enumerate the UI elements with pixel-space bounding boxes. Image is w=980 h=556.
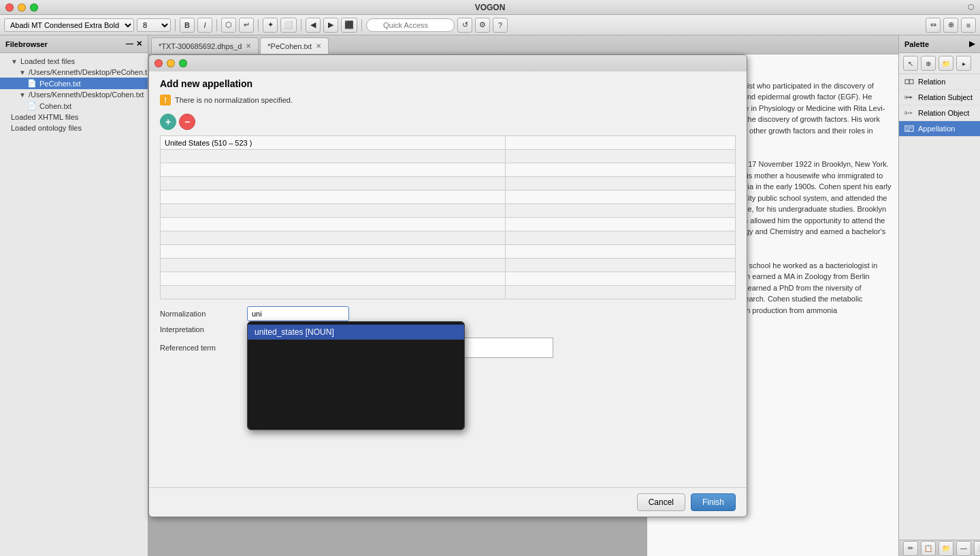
sidebar-section-xhtml[interactable]: Loaded XHTML files <box>0 112 148 122</box>
font-size-select[interactable]: 8 <box>137 18 171 32</box>
table-row <box>161 163 736 177</box>
table-row <box>161 231 736 245</box>
appellation-icon <box>904 124 914 133</box>
relation-icon <box>904 77 914 86</box>
file-icon-2: 📄 <box>27 101 37 110</box>
palette-relation-label: Relation <box>918 78 945 86</box>
tab-txt300685692[interactable]: *TXT-300685692.dhps_d ✕ <box>151 37 259 54</box>
palette-item-relation[interactable]: Relation <box>899 74 980 90</box>
palette-expand-icon[interactable]: ▶ <box>969 39 975 48</box>
normalization-row: Normalization united_states [NOUN] <box>160 306 736 321</box>
table-cell-col2 <box>506 136 736 150</box>
refresh-button[interactable]: ↺ <box>457 18 472 33</box>
svg-rect-0 <box>905 80 909 84</box>
finish-button[interactable]: Finish <box>691 493 736 511</box>
palette-action-4[interactable]: — <box>956 541 971 556</box>
settings-button[interactable]: ⚙ <box>475 18 490 33</box>
appellation-table: United States (510 – 523 ) <box>160 135 736 299</box>
table-row <box>161 177 736 191</box>
palette-item-appellation[interactable]: Appellation <box>899 121 980 137</box>
palette-action-2[interactable]: 📋 <box>921 541 936 556</box>
tab-bar: *TXT-300685692.dhps_d ✕ *PeCohen.txt ✕ <box>148 35 898 54</box>
sidebar-section-ontology[interactable]: Loaded ontology files <box>0 122 148 133</box>
sidebar-item-pecohen[interactable]: 📄 PeCohen.txt <box>0 78 148 89</box>
palette-action-1[interactable]: ✏ <box>903 541 918 556</box>
app-title: VOGON <box>475 3 506 12</box>
palette-zoom-out-button[interactable]: 📁 <box>938 56 953 71</box>
sidebar-item-cohen-path[interactable]: ▼ /Users/Kenneth/Desktop/Cohen.txt <box>0 89 148 100</box>
svg-rect-8 <box>905 126 913 131</box>
quick-access-input[interactable] <box>366 18 455 32</box>
sidebar-item-pecohen-path[interactable]: ▼ /Users/Kenneth/Desktop/PeCohen.txt <box>0 67 148 78</box>
dialog: Add new appellation ! There is no normal… <box>148 54 747 517</box>
dialog-footer: Cancel Finish <box>149 487 747 517</box>
palette-item-relation-object[interactable]: Relation Object <box>899 105 980 121</box>
normalization-label: Normalization <box>160 310 242 318</box>
warning-text: There is no normalization specified. <box>175 96 293 104</box>
palette-action-5[interactable]: ⬜ <box>974 541 980 556</box>
maximize-button[interactable] <box>30 3 38 12</box>
annotation-button[interactable]: ✦ <box>263 18 278 33</box>
zoom-in-button[interactable]: ⇔ <box>926 18 941 33</box>
zoom-out-button[interactable]: ⊕ <box>943 18 958 33</box>
help-button[interactable]: ? <box>493 18 508 33</box>
italic-button[interactable]: I <box>197 18 212 33</box>
tab-close-1[interactable]: ✕ <box>316 42 321 50</box>
table-row <box>161 218 736 231</box>
nav-next[interactable]: ▶ <box>323 18 338 33</box>
extra-button[interactable]: ≡ <box>961 18 976 33</box>
sidebar-minimize[interactable]: — <box>126 39 133 48</box>
palette-action-3[interactable]: 📁 <box>938 541 953 556</box>
palette-cursor-button[interactable]: ↖ <box>903 56 918 71</box>
sidebar-close-icon[interactable]: ✕ <box>136 39 142 48</box>
close-button[interactable] <box>5 3 14 12</box>
bold-button[interactable]: B <box>180 18 195 33</box>
table-cell-col1: United States (510 – 523 ) <box>161 136 506 150</box>
svg-marker-3 <box>910 96 913 99</box>
nav-prev[interactable]: ◀ <box>306 18 321 33</box>
align-button[interactable]: ⬡ <box>221 18 236 33</box>
indent-button[interactable]: ↵ <box>239 18 254 33</box>
palette-header: Palette ▶ <box>899 35 980 53</box>
palette-more-button[interactable]: ▸ <box>956 56 971 71</box>
dialog-minimize-button[interactable] <box>167 59 175 67</box>
tab-pecohen[interactable]: *PeCohen.txt ✕ <box>260 37 329 54</box>
table-row <box>161 204 736 218</box>
file-icon: 📄 <box>27 79 37 88</box>
cancel-button[interactable]: Cancel <box>637 493 685 511</box>
dialog-warning: ! There is no normalization specified. <box>160 95 736 105</box>
palette-relation-subject-label: Relation Subject <box>918 93 973 101</box>
autocomplete-item-united-states[interactable]: united_states [NOUN] <box>248 325 464 340</box>
svg-rect-1 <box>909 80 913 84</box>
sidebar-section-text-files[interactable]: ▼ Loaded text files <box>0 56 148 67</box>
relation-subject-icon <box>904 93 914 102</box>
dialog-titlebar <box>149 55 747 71</box>
add-row-button[interactable]: + <box>160 114 176 130</box>
sidebar-tree: ▼ Loaded text files ▼ /Users/Kenneth/Des… <box>0 53 148 556</box>
table-row <box>161 272 736 286</box>
sidebar: Filebrowser — ✕ ▼ Loaded text files ▼ /U… <box>0 35 148 556</box>
sidebar-item-cohen[interactable]: 📄 Cohen.txt <box>0 100 148 112</box>
sidebar-title: Filebrowser <box>5 40 48 48</box>
referenced-term-label: Referenced term <box>160 344 242 352</box>
palette-zoom-in-button[interactable]: ⊕ <box>921 56 936 71</box>
palette-toolbar: ↖ ⊕ 📁 ▸ <box>899 53 980 74</box>
normalization-input[interactable] <box>247 306 349 321</box>
dialog-header: Add new appellation <box>160 78 736 89</box>
dialog-area: Stanley Cohen Stanley Cohen is a biochem… <box>148 54 898 556</box>
dialog-close-button[interactable] <box>154 59 163 67</box>
layout-button[interactable]: ⬜ <box>280 18 297 33</box>
minimize-button[interactable] <box>18 3 26 12</box>
table-row <box>161 150 736 163</box>
remove-row-button[interactable]: − <box>179 114 195 130</box>
palette-item-relation-subject[interactable]: Relation Subject <box>899 90 980 105</box>
tab-close-0[interactable]: ✕ <box>246 42 251 50</box>
palette-bottom-toolbar: ✏ 📋 📁 — ⬜ <box>899 540 980 556</box>
font-select[interactable]: Abadi MT Condensed Extra Bold <box>4 18 134 32</box>
view-button[interactable]: ⬛ <box>341 18 357 33</box>
table-row <box>161 259 736 272</box>
palette-panel: Palette ▶ ↖ ⊕ 📁 ▸ Relation <box>898 35 980 556</box>
relation-object-icon <box>904 108 914 118</box>
dialog-maximize-button[interactable] <box>179 59 187 67</box>
title-bar: VOGON ⬡ <box>0 0 980 15</box>
